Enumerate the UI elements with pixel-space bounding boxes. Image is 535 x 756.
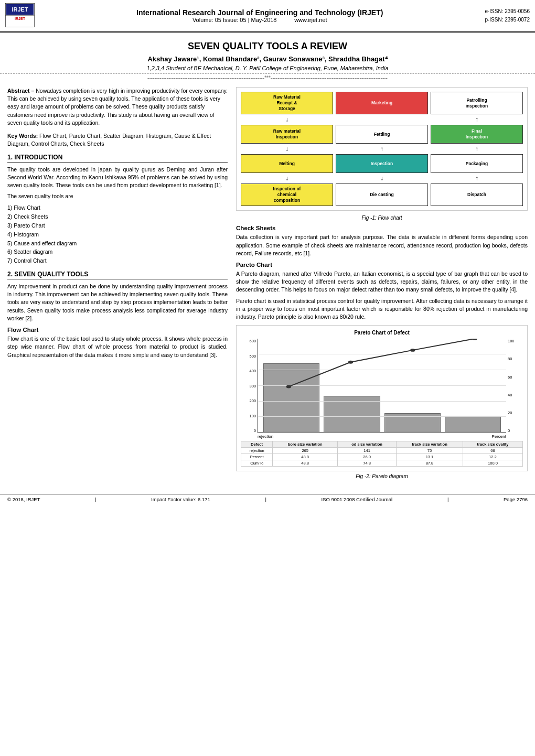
- keywords-text: Flow Chart, Pareto Chart, Scatter Diagra…: [7, 133, 211, 147]
- table-cell-r2c0: Cum %: [241, 460, 273, 467]
- list-item-2: 2) Check Sheets: [7, 212, 228, 221]
- svg-point-7: [410, 349, 415, 352]
- left-column: Abstract – Nowadays completion is very h…: [7, 87, 228, 483]
- header-journal-info: International Research Journal of Engine…: [40, 8, 479, 23]
- article-title: SEVEN QUALITY TOOLS A REVIEW: [0, 33, 535, 55]
- arrow-r2c2: ↑: [336, 145, 428, 153]
- svg-point-5: [286, 385, 291, 388]
- fc-box-die-casting: Die casting: [336, 183, 428, 206]
- list-item-1: 1) Flow Chart: [7, 203, 228, 212]
- footer-separator1: |: [95, 496, 96, 502]
- fc-box-fettling: Fettling: [336, 125, 428, 144]
- abstract-section: Abstract – Nowadays completion is very h…: [7, 87, 228, 127]
- page-footer: © 2018, IRJET | Impact Factor value: 6.1…: [0, 494, 535, 504]
- intro-heading: 1. INTRODUCTION: [7, 154, 228, 163]
- intro-para1: The quality tools are developed in japan…: [7, 166, 228, 190]
- logo: IRJET IRJET: [5, 3, 35, 28]
- journal-name: International Research Journal of Engine…: [40, 8, 479, 17]
- table-cell-r0c1: 265: [273, 448, 338, 454]
- table-cell-r1c2: 26.0: [338, 454, 397, 460]
- pareto-line: [258, 339, 506, 433]
- table-cell-r1c0: Percent: [241, 454, 273, 460]
- arrow-r1c2: [336, 116, 428, 123]
- arrow-r1c1: ↓: [241, 116, 333, 123]
- table-row-percent: Percent 48.8 26.0 13.1 12.2: [241, 454, 523, 460]
- bars-area: [258, 339, 506, 433]
- pareto-chart-title: Pareto Chart of Defect: [241, 330, 523, 336]
- table-cell-r1c4: 12.2: [463, 454, 522, 460]
- table-row-cum: Cum % 48.8 74.8 87.8 100.0: [241, 460, 523, 467]
- table-cell-r0c2: 141: [338, 448, 397, 454]
- y-axis-label: rejection: [258, 434, 273, 439]
- table-header-2: od size variation: [338, 441, 397, 448]
- pareto-table: Defect bore size variation od size varia…: [241, 441, 523, 467]
- footer-separator3: |: [447, 496, 448, 502]
- table-header-4: track size ovality: [463, 441, 522, 448]
- footer-iso: ISO 9001:2008 Certified Journal: [322, 496, 393, 502]
- table-cell-r2c2: 74.8: [338, 460, 397, 467]
- list-item-6: 6) Scatter diagram: [7, 247, 228, 256]
- pareto-para1: A Pareto diagram, named after Vilfredo P…: [236, 270, 528, 294]
- keywords-section: Key Words: Flow Chart, Pareto Chart, Sca…: [7, 132, 228, 148]
- table-cell-r0c0: rejection: [241, 448, 273, 454]
- y2-axis-label: Percent: [491, 434, 506, 439]
- table-cell-r2c4: 100.0: [463, 460, 522, 467]
- arrow-r3c3: ↑: [431, 175, 523, 182]
- table-header-0: Defect: [241, 441, 273, 448]
- flow-chart-heading: Flow Chart: [7, 327, 228, 333]
- check-sheets-heading: Check Sheets: [236, 225, 528, 231]
- fc-box-chemical: Inspection ofchemicalcomposition: [241, 183, 333, 206]
- fc-box-inspection: Inspection: [336, 154, 428, 173]
- fig2-caption: Fig -2: Pareto diagram: [236, 473, 528, 479]
- abstract-label: Abstract –: [7, 88, 34, 94]
- table-cell-r0c3: 75: [397, 448, 463, 454]
- axis-labels: rejection Percent: [241, 434, 523, 439]
- fc-box-melting: Melting: [241, 154, 333, 173]
- fc-box-raw-inspection: Raw materialInspection: [241, 125, 333, 144]
- journal-volume: Volume: 05 Issue: 05 | May-2018 www.irje…: [40, 17, 479, 23]
- right-column: Raw MaterialReceipt &Storage Marketing P…: [236, 87, 528, 483]
- flow-chart-para1: Flow chart is one of the basic tool used…: [7, 335, 228, 359]
- svg-text:IRJET: IRJET: [12, 6, 28, 13]
- pareto-heading: Pareto Chart: [236, 262, 528, 268]
- list-item-7: 7) Control Chart: [7, 256, 228, 265]
- fc-box-marketing: Marketing: [336, 92, 428, 114]
- y-axis-left: 600 500 400 300 200 100 0: [241, 339, 258, 433]
- fig1-caption: Fig -1: Flow chart: [236, 215, 528, 221]
- table-row-rejection: rejection 265 141 75 66: [241, 448, 523, 454]
- pareto-para2: Pareto chart is used in statistical proc…: [236, 297, 528, 321]
- table-cell-r2c3: 87.8: [397, 460, 463, 467]
- seven-tools-heading: 2. SEVEN QUALITY TOOLS: [7, 271, 228, 279]
- seven-tools-para1: Any improvement in product can be done b…: [7, 283, 228, 322]
- header-issn: e-ISSN: 2395-0056 p-ISSN: 2395-0072: [485, 7, 530, 24]
- table-cell-r1c3: 13.1: [397, 454, 463, 460]
- table-header-row: Defect bore size variation od size varia…: [241, 441, 523, 448]
- footer-copyright: © 2018, IRJET: [7, 496, 40, 502]
- svg-text:IRJET: IRJET: [15, 17, 26, 20]
- svg-point-6: [348, 361, 353, 364]
- page-header: IRJET IRJET International Research Journ…: [0, 0, 535, 33]
- footer-page: Page 2796: [504, 496, 528, 502]
- keywords-label: Key Words:: [7, 133, 38, 139]
- check-sheets-para1: Data collection is very important part f…: [236, 233, 528, 257]
- footer-separator2: |: [265, 496, 266, 502]
- flow-chart-container: Raw MaterialReceipt &Storage Marketing P…: [236, 87, 528, 211]
- table-cell-r1c1: 48.8: [273, 454, 338, 460]
- intro-para2: The seven quality tools are: [7, 192, 228, 200]
- table-cell-r0c4: 66: [463, 448, 522, 454]
- flow-chart-grid: Raw MaterialReceipt &Storage Marketing P…: [241, 92, 523, 206]
- arrow-r2c3: ↑: [431, 145, 523, 153]
- fc-box-raw-material: Raw MaterialReceipt &Storage: [241, 92, 333, 114]
- y-axis-right: 100 80 60 40 20 0: [506, 339, 523, 433]
- arrow-r1c3: ↑: [431, 116, 523, 123]
- arrow-r2c1: ↓: [241, 145, 333, 153]
- list-item-4: 4) Histogram: [7, 230, 228, 239]
- footer-impact-factor: Impact Factor value: 6.171: [151, 496, 210, 502]
- table-header-1: bore size variation: [273, 441, 338, 448]
- arrow-r3c1: ↓: [241, 175, 333, 182]
- abstract-text: Nowadays completion is very high in impr…: [7, 88, 228, 126]
- fc-box-final-inspection: FinalInspection: [431, 125, 523, 144]
- main-content: Abstract – Nowadays completion is very h…: [0, 82, 535, 489]
- pareto-chart-container: Pareto Chart of Defect 600 500 400 300 2…: [236, 325, 528, 471]
- list-item-3: 3) Pareto Chart: [7, 221, 228, 230]
